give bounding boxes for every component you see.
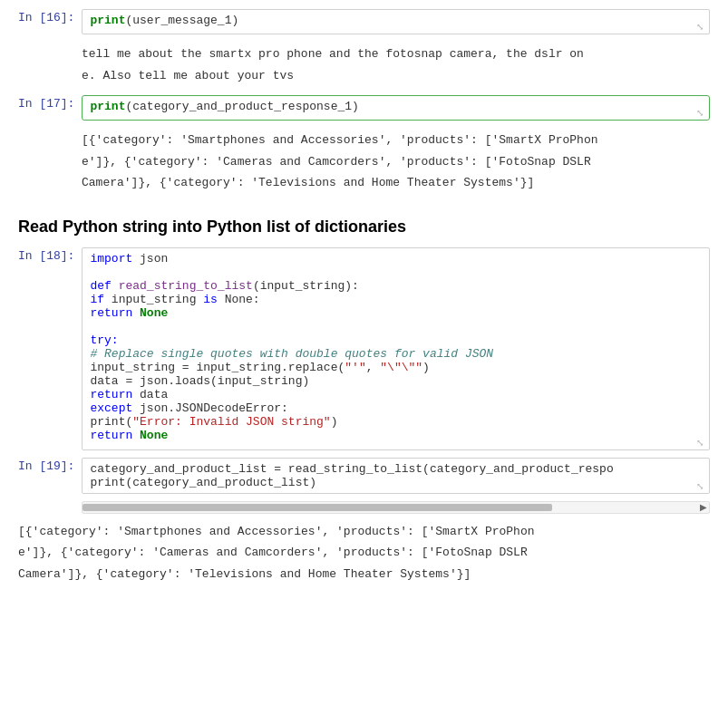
cell-19-output: [{'category': 'Smartphones and Accessori…	[18, 517, 710, 591]
code-line-def: def read_string_to_list(input_string):	[90, 279, 687, 293]
cell-18-input: In [18]: import json def read_string_to_…	[18, 247, 710, 450]
cell-17-prompt: In [17]:	[18, 95, 82, 111]
code-line: print(category_and_product_response_1)	[90, 100, 687, 113]
resize-handle[interactable]: ⤡	[696, 23, 705, 32]
print-keyword: print	[90, 100, 125, 113]
code-line: print(user_message_1)	[90, 14, 687, 27]
code-line-return3: return None	[90, 429, 687, 442]
output-line-3: Camera']}, {'category': 'Televisions and…	[82, 174, 710, 192]
cell-17-code[interactable]: print(category_and_product_response_1) ⤡	[82, 95, 710, 121]
code-line-return1: return None	[90, 306, 687, 320]
output-line-2: e. Also tell me about your tvs	[82, 67, 710, 85]
output-line-1: [{'category': 'Smartphones and Accessori…	[82, 131, 710, 150]
resize-handle[interactable]: ⤡	[696, 439, 705, 448]
cell-18: In [18]: import json def read_string_to_…	[18, 247, 710, 450]
code-line-import: import json	[90, 252, 687, 266]
resize-handle[interactable]: ⤡	[696, 109, 705, 118]
cell-18-code[interactable]: import json def read_string_to_list(inpu…	[82, 247, 710, 450]
cell-18-prompt: In [18]:	[18, 247, 82, 263]
code-line-comment: # Replace single quotes with double quot…	[90, 347, 687, 361]
section-heading: Read Python string into Python list of d…	[18, 217, 710, 237]
cell-16-output: tell me about the smartx pro phone and t…	[82, 42, 710, 95]
code-line-print-error: print("Error: Invalid JSON string")	[90, 415, 687, 429]
cell-17-output: [{'category': 'Smartphones and Accessori…	[82, 128, 710, 203]
code-line-replace: input_string = input_string.replace("'",…	[90, 361, 687, 374]
code-line-loads: data = json.loads(input_string)	[90, 374, 687, 388]
scroll-right-arrow[interactable]: ▶	[700, 502, 707, 513]
code-line-1: category_and_product_list = read_string_…	[90, 462, 687, 476]
cell-16: In [16]: print(user_message_1) ⤡ tell me…	[18, 9, 710, 95]
code-line-2: print(category_and_product_list)	[90, 476, 687, 489]
output-line-1: tell me about the smartx pro phone and t…	[82, 45, 710, 63]
code-line-if: if input_string is None:	[90, 293, 687, 306]
cell-17-input: In [17]: print(category_and_product_resp…	[18, 95, 710, 121]
print-keyword: print	[90, 14, 125, 27]
cell-16-input: In [16]: print(user_message_1) ⤡	[18, 9, 710, 34]
horizontal-scrollbar[interactable]: ▶	[82, 501, 710, 514]
cell-19-input: In [19]: category_and_product_list = rea…	[18, 458, 710, 494]
code-line-blank	[90, 266, 687, 279]
cell-17: In [17]: print(category_and_product_resp…	[18, 95, 710, 203]
code-line-except: except json.JSONDecodeError:	[90, 401, 687, 415]
code-args: (user_message_1)	[125, 14, 238, 27]
cell-19-prompt: In [19]:	[18, 458, 82, 473]
output-line-1: [{'category': 'Smartphones and Accessori…	[18, 523, 710, 541]
code-args: (category_and_product_response_1)	[125, 100, 358, 113]
cell-19-code[interactable]: category_and_product_list = read_string_…	[82, 458, 710, 494]
cell-16-code[interactable]: print(user_message_1) ⤡	[82, 9, 710, 34]
cell-16-prompt: In [16]:	[18, 9, 82, 24]
cell-19: In [19]: category_and_product_list = rea…	[18, 458, 710, 591]
resize-handle[interactable]: ⤡	[696, 482, 705, 491]
code-line-try: try:	[90, 333, 687, 347]
code-line-blank2	[90, 320, 687, 333]
output-line-2: e']}, {'category': 'Cameras and Camcorde…	[18, 544, 710, 562]
output-line-2: e']}, {'category': 'Cameras and Camcorde…	[82, 153, 710, 171]
scrollbar-thumb[interactable]	[83, 504, 552, 511]
code-line-return2: return data	[90, 388, 687, 401]
output-line-3: Camera']}, {'category': 'Televisions and…	[18, 565, 710, 584]
